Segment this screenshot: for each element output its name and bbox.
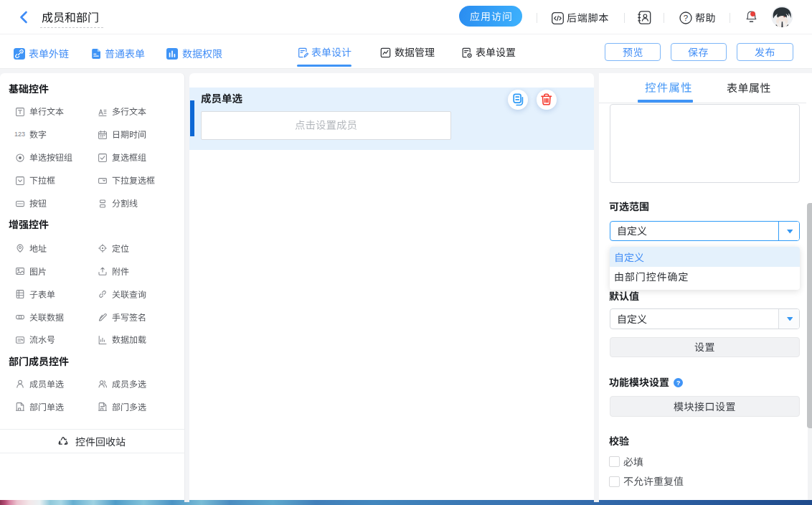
svg-text:?: ?: [683, 14, 687, 22]
svg-text:?: ?: [676, 379, 681, 386]
